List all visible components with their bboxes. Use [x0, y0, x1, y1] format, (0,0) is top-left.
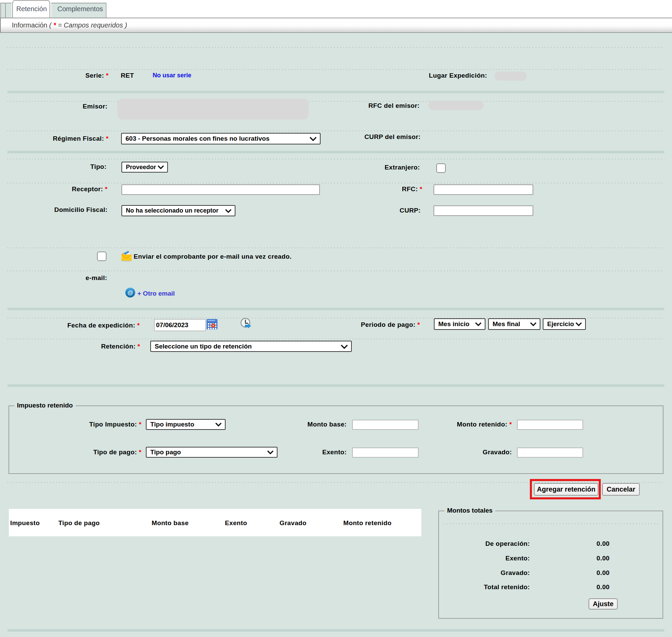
svg-text:@: @ [127, 290, 133, 296]
